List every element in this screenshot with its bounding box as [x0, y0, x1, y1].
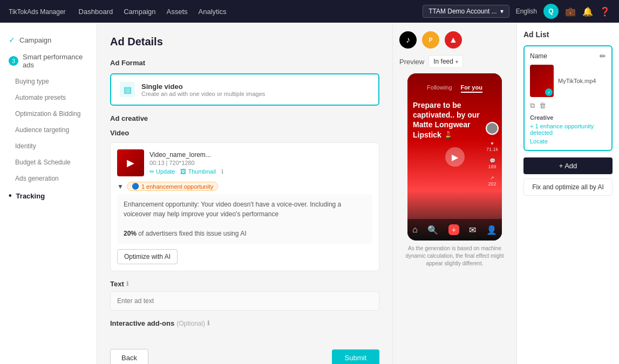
language-button[interactable]: English [516, 8, 537, 15]
video-meta: 00:13 | 720*1280 [149, 160, 223, 166]
inbox-icon[interactable]: ✉ [469, 225, 476, 235]
profile-icon[interactable]: 👤 [486, 225, 497, 235]
platform-icons-row: ♪ P ▲ [399, 31, 510, 49]
account-button[interactable]: TTAM Demo Account ... ▾ [423, 5, 509, 18]
home-icon[interactable]: ⌂ [412, 225, 418, 235]
play-button[interactable]: ▶ [445, 147, 465, 167]
sidebar-item-identity[interactable]: Identity [0, 138, 97, 154]
addons-info-icon: ℹ [207, 320, 209, 327]
main-content: Ad Details Ad Format ▤ Single video Crea… [97, 23, 392, 364]
sidebar-item-optimization[interactable]: Optimization & Bidding [0, 106, 97, 122]
add-button[interactable]: + Add [523, 157, 613, 174]
following-tab[interactable]: Following [427, 84, 452, 93]
check-icon: ✓ [9, 36, 15, 44]
format-title: Single video [141, 83, 265, 91]
sidebar-item-campaign[interactable]: ✓ Campaign [0, 31, 97, 49]
ad-creative-label: Ad creative [110, 114, 379, 122]
like-action[interactable]: ♥ 71.1k [486, 140, 498, 152]
sidebar-item-buying-type[interactable]: Buying type [0, 73, 97, 90]
nav-campaign[interactable]: Campaign [124, 8, 155, 16]
briefcase-icon[interactable]: 💼 [565, 6, 576, 17]
warning-icon: 🔵 [132, 183, 139, 190]
optimize-with-ai-button[interactable]: Optimize with AI [117, 249, 178, 264]
update-link[interactable]: ✏ Update [149, 168, 175, 175]
nav-dashboard[interactable]: Dashboard [79, 8, 113, 16]
preview-label: Preview [399, 58, 424, 66]
video-info-icon: ℹ [221, 168, 223, 175]
feed-type-select[interactable]: In feed ▾ [428, 55, 463, 68]
avatar-side [486, 122, 499, 135]
comment-action[interactable]: 💬 189 [488, 157, 496, 169]
video-thumbnail: ▶ [117, 149, 144, 176]
addons-label: Interactive add-ons (Optional) ℹ [110, 319, 379, 327]
sidebar-item-ads-gen[interactable]: Ads generation [0, 170, 97, 187]
ad-text-overlay: Prepare to be captivated.. by our Matte … [413, 100, 480, 140]
percent-text: 20% [124, 230, 137, 237]
locate-link[interactable]: Locate [530, 138, 606, 145]
creative-label: Creative [530, 114, 606, 121]
ad-format-label: Ad Format [110, 59, 379, 67]
format-desc: Create an ad with one video or multiple … [141, 91, 265, 97]
bottom-actions: Back Submit [110, 340, 379, 364]
fix-optimize-ai-button[interactable]: Fix and optimize all by AI [523, 178, 613, 196]
layout: ✓ Campaign 3 Smart performance ads Buyin… [0, 23, 619, 364]
edit-icon[interactable]: ✏ [600, 52, 606, 60]
ad-list-col: Ad List Name ✏ ✓ MyTikTok.mp4 ⧉ 🗑 [516, 23, 619, 364]
thumbnail-link[interactable]: 🖼 Thumbnail [180, 168, 215, 175]
logo: TikTokAds Manager [9, 6, 66, 16]
phone-mockup: Following For you Prepare to be captivat… [407, 73, 502, 241]
sidebar-item-tracking[interactable]: Tracking [0, 187, 97, 205]
enhancement-badge: 🔵 1 enhancement opportunity [127, 182, 218, 191]
creative-section: Creative + 1 enhance opportunity detecte… [530, 114, 606, 145]
sidebar-item-automate-presets[interactable]: Automate presets [0, 90, 97, 106]
avatar: Q [543, 4, 559, 19]
ad-thumbnail: ✓ [530, 65, 554, 97]
nav-right: TTAM Demo Account ... ▾ English Q 💼 🔔 ❓ [423, 4, 610, 19]
sidebar-item-smart-performance[interactable]: 3 Smart performance ads [0, 49, 97, 73]
back-button[interactable]: Back [110, 349, 148, 364]
ad-text-input[interactable] [110, 291, 379, 311]
nav-assets[interactable]: Assets [166, 8, 187, 16]
platform-icon-tiktok[interactable]: ♪ [399, 31, 417, 49]
share-action[interactable]: ↗ 202 [488, 175, 496, 187]
sidebar-item-budget[interactable]: Budget & Schedule [0, 154, 97, 170]
phone-tabs: Following For you [407, 84, 502, 93]
page-title: Ad Details [110, 36, 379, 48]
sidebar: ✓ Campaign 3 Smart performance ads Buyin… [0, 23, 97, 364]
preview-type-row: Preview In feed ▾ [399, 55, 510, 68]
side-actions: ♥ 71.1k 💬 189 ↗ 202 [486, 122, 499, 187]
sidebar-item-audience[interactable]: Audience targeting [0, 122, 97, 138]
ad-list-card: Name ✏ ✓ MyTikTok.mp4 ⧉ 🗑 Creative + 1 e… [523, 45, 613, 151]
chevron-down-icon: ▼ [117, 183, 124, 190]
nav-links: Dashboard Campaign Assets Analytics [79, 8, 410, 16]
image-icon: 🖼 [180, 168, 186, 175]
search-icon[interactable]: 🔍 [427, 225, 438, 235]
nav-analytics[interactable]: Analytics [199, 8, 227, 16]
enhancement-section: ▼ 🔵 1 enhancement opportunity Enhancemen… [117, 182, 372, 264]
enhance-opportunity-note: + 1 enhance opportunity detected [530, 123, 606, 136]
platform-icon-pangle[interactable]: P [422, 31, 439, 49]
addons-section: Interactive add-ons (Optional) ℹ [110, 319, 379, 327]
chevron-down-icon: ▾ [500, 8, 504, 15]
copy-icon[interactable]: ⧉ [530, 101, 535, 110]
edit-icon: ✏ [149, 168, 154, 175]
bell-icon[interactable]: 🔔 [582, 6, 593, 17]
text-label: Text ℹ [110, 280, 379, 288]
delete-icon[interactable]: 🗑 [539, 101, 546, 110]
platform-icon-red[interactable]: ▲ [445, 31, 462, 49]
add-icon[interactable]: + [448, 224, 459, 235]
chevron-down-icon: ▾ [455, 59, 458, 65]
video-subsection-label: Video [110, 129, 379, 137]
optional-tag: (Optional) [176, 320, 205, 327]
enhancement-body: Enhancement opportunity: Your video does… [117, 194, 372, 244]
phone-screen: Following For you Prepare to be captivat… [407, 73, 502, 241]
submit-button[interactable]: Submit [332, 349, 379, 364]
help-icon[interactable]: ❓ [600, 6, 610, 17]
video-item: ▶ Video_name_lorem... 00:13 | 720*1280 ✏… [110, 142, 379, 271]
for-you-tab[interactable]: For you [461, 84, 482, 93]
preview-note: As the generation is based on machine dy… [399, 245, 510, 267]
enhancement-header[interactable]: ▼ 🔵 1 enhancement opportunity [117, 182, 372, 191]
video-name: Video_name_lorem... [149, 151, 223, 159]
ad-card-name-label: Name [530, 52, 547, 60]
format-card-single-video[interactable]: ▤ Single video Create an ad with one vid… [110, 73, 379, 106]
